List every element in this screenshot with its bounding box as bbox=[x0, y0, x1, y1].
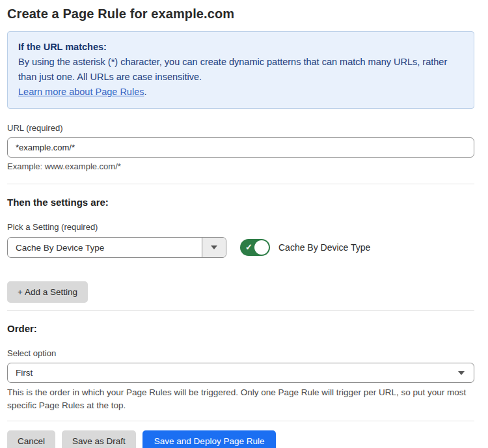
pick-setting-label: Pick a Setting (required) bbox=[7, 222, 474, 232]
info-box-heading: If the URL matches: bbox=[18, 40, 463, 55]
learn-more-link[interactable]: Learn more about Page Rules bbox=[18, 87, 144, 97]
cancel-button[interactable]: Cancel bbox=[7, 430, 55, 448]
url-example-helper: Example: www.example.com/* bbox=[7, 161, 474, 171]
footer-actions: Cancel Save as Draft Save and Deploy Pag… bbox=[7, 430, 474, 448]
settings-section-heading: Then the settings are: bbox=[7, 197, 474, 208]
order-select-label: Select option bbox=[7, 348, 474, 358]
page-rule-form: Create a Page Rule for example.com If th… bbox=[0, 0, 488, 448]
save-draft-button[interactable]: Save as Draft bbox=[62, 430, 136, 448]
info-box-link-line: Learn more about Page Rules. bbox=[18, 85, 463, 100]
divider bbox=[7, 184, 474, 184]
chevron-down-icon bbox=[211, 245, 217, 249]
url-match-info-box: If the URL matches: By using the asteris… bbox=[7, 31, 474, 109]
url-input[interactable] bbox=[7, 137, 474, 158]
link-period: . bbox=[144, 87, 146, 97]
add-setting-button[interactable]: + Add a Setting bbox=[7, 281, 88, 303]
save-deploy-button[interactable]: Save and Deploy Page Rule bbox=[142, 430, 277, 448]
toggle-knob bbox=[254, 240, 269, 255]
order-select[interactable]: First bbox=[7, 363, 474, 383]
order-section-heading: Order: bbox=[7, 323, 474, 334]
setting-row: Cache By Device Type ✓ Cache By Device T… bbox=[7, 237, 474, 258]
url-field-label: URL (required) bbox=[7, 123, 474, 133]
order-select-value: First bbox=[16, 368, 458, 378]
info-box-body: By using the asterisk (*) character, you… bbox=[18, 55, 463, 85]
divider bbox=[7, 310, 474, 311]
chevron-down-icon bbox=[458, 371, 465, 375]
cache-device-type-toggle[interactable]: ✓ bbox=[240, 239, 270, 256]
setting-select-value: Cache By Device Type bbox=[8, 238, 202, 257]
check-icon: ✓ bbox=[245, 243, 252, 251]
setting-select[interactable]: Cache By Device Type bbox=[7, 237, 226, 258]
divider bbox=[7, 421, 474, 421]
toggle-label: Cache By Device Type bbox=[278, 242, 370, 253]
order-help-text: This is the order in which your Page Rul… bbox=[7, 386, 474, 412]
page-title: Create a Page Rule for example.com bbox=[7, 7, 474, 21]
setting-select-dropdown-button[interactable] bbox=[202, 238, 226, 257]
